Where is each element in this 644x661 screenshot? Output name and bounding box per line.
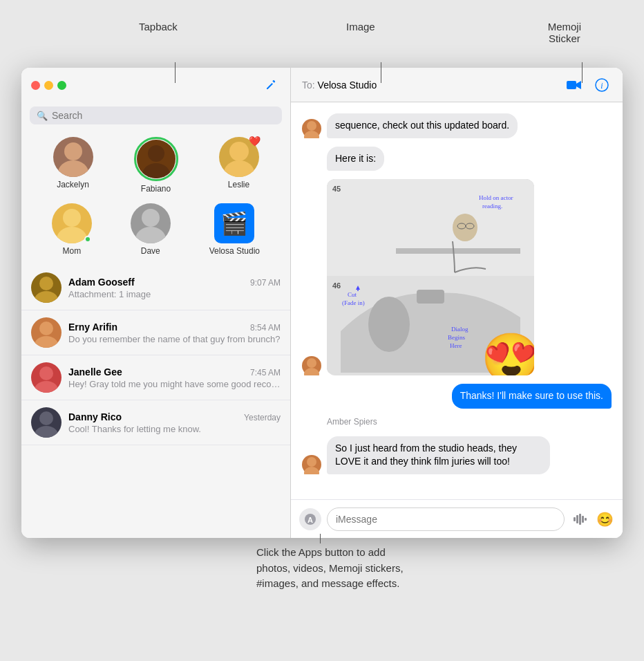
- svg-point-12: [39, 322, 53, 335]
- pinned-contacts-row-2: Mom Dave 🎬 Velosa Studio: [21, 203, 290, 266]
- message-row-outgoing: Thanks! I'll make sure to use this.: [302, 384, 612, 409]
- message-content-erny: Erny Arifin 8:54 AM Do you remember the …: [68, 322, 281, 344]
- sender-name-label: Amber Spiers: [327, 417, 612, 427]
- memoji-annotation-label: MemojiSticker: [548, 21, 581, 44]
- pinned-contact-fabiano[interactable]: Fabiano: [134, 137, 178, 194]
- svg-text:Here: Here: [450, 342, 462, 349]
- message-bubble-amber: So I just heard from the studio heads, t…: [327, 436, 550, 474]
- chat-input-bar: A 😊: [291, 499, 623, 538]
- chat-recipient: To: Velosa Studio: [302, 80, 559, 91]
- message-row-sequence: sequence, check out this updated board.: [302, 113, 612, 138]
- svg-point-7: [57, 227, 87, 243]
- svg-point-47: [304, 467, 319, 474]
- storyboard-image: Hold on actor reading. 45: [327, 179, 534, 375]
- svg-point-37: [368, 297, 410, 352]
- emoji-button[interactable]: 😊: [595, 510, 614, 529]
- svg-point-11: [35, 291, 58, 303]
- pinned-contact-velosa[interactable]: 🎬 Velosa Studio: [209, 203, 260, 256]
- svg-text:Dialog: Dialog: [451, 326, 468, 333]
- top-annotations: Tapback Image MemojiSticker: [21, 21, 623, 62]
- annotation-container: Tapback Image MemojiSticker: [21, 21, 623, 586]
- svg-text:(Fade in): (Fade in): [342, 299, 365, 306]
- apps-annotation-line: [320, 534, 321, 543]
- apps-button[interactable]: A: [299, 508, 321, 530]
- message-preview-adam: Attachment: 1 image: [68, 289, 281, 299]
- svg-text:reading.: reading.: [482, 203, 502, 210]
- chat-header: To: Velosa Studio i: [291, 68, 623, 102]
- message-bubble-outgoing: Thanks! I'll make sure to use this.: [452, 384, 612, 409]
- svg-point-10: [39, 277, 53, 290]
- svg-point-9: [135, 227, 166, 243]
- pinned-contact-mom[interactable]: Mom: [52, 203, 92, 256]
- pinned-contact-jackelyn-label: Jackelyn: [57, 180, 89, 189]
- message-avatar: [302, 119, 321, 138]
- svg-point-0: [64, 142, 82, 160]
- svg-rect-50: [574, 517, 576, 521]
- svg-rect-18: [567, 81, 576, 89]
- svg-point-15: [35, 381, 58, 393]
- search-input[interactable]: [52, 110, 275, 121]
- message-item-erny[interactable]: Erny Arifin 8:54 AM Do you remember the …: [21, 310, 290, 355]
- svg-rect-53: [582, 516, 584, 523]
- message-row-image: Hold on actor reading. 45: [302, 179, 612, 375]
- pinned-contact-dave-label: Dave: [141, 246, 160, 256]
- svg-point-21: [307, 121, 316, 131]
- pinned-contact-leslie[interactable]: ❤️ Leslie: [219, 137, 259, 194]
- svg-rect-36: [417, 290, 444, 304]
- info-button[interactable]: i: [592, 75, 612, 95]
- svg-rect-52: [579, 514, 581, 525]
- tapback-annotation-line: [175, 62, 176, 83]
- message-time-janelle: 7:45 AM: [250, 368, 281, 378]
- online-dot-mom: [84, 236, 91, 243]
- message-name-janelle: Janelle Gee: [68, 366, 122, 378]
- message-time-adam: 9:07 AM: [250, 278, 281, 288]
- messages-window: 🔍 Jackelyn: [21, 68, 623, 538]
- svg-text:Hold on actor: Hold on actor: [479, 194, 513, 201]
- message-name-danny: Danny Rico: [68, 411, 122, 422]
- sidebar: 🔍 Jackelyn: [21, 68, 291, 538]
- chat-area: To: Velosa Studio i: [291, 68, 623, 538]
- message-bubble-sequence: sequence, check out this updated board.: [327, 113, 518, 138]
- message-text: sequence, check out this updated board.: [335, 120, 509, 131]
- chat-messages: sequence, check out this updated board. …: [291, 102, 623, 499]
- audio-button[interactable]: [570, 510, 589, 529]
- pinned-contact-fabiano-label: Fabiano: [141, 184, 171, 194]
- svg-point-4: [229, 142, 249, 161]
- compose-button[interactable]: [261, 75, 281, 95]
- message-content-adam: Adam Gooseff 9:07 AM Attachment: 1 image: [68, 277, 281, 299]
- pinned-contact-dave[interactable]: Dave: [131, 203, 171, 256]
- maximize-button[interactable]: [57, 81, 66, 90]
- message-time-erny: 8:54 AM: [250, 323, 281, 333]
- message-preview-janelle: Hey! Gray told me you might have some go…: [68, 379, 281, 389]
- svg-point-2: [148, 145, 164, 162]
- svg-point-6: [63, 209, 81, 227]
- message-item-adam[interactable]: Adam Gooseff 9:07 AM Attachment: 1 image: [21, 266, 290, 310]
- amber-avatar: [302, 455, 321, 474]
- svg-point-14: [39, 366, 53, 380]
- video-call-button[interactable]: [565, 75, 584, 95]
- pinned-contact-leslie-label: Leslie: [228, 180, 249, 189]
- message-item-janelle[interactable]: Janelle Gee 7:45 AM Hey! Gray told me yo…: [21, 355, 290, 400]
- memoji-sticker: 😍: [481, 334, 534, 375]
- svg-text:i: i: [600, 81, 603, 91]
- svg-text:45: 45: [332, 185, 341, 193]
- svg-point-5: [224, 160, 254, 177]
- svg-rect-27: [327, 179, 534, 276]
- svg-point-17: [35, 426, 58, 438]
- message-item-danny[interactable]: Danny Rico Yesterday Cool! Thanks for le…: [21, 400, 290, 445]
- search-bar: 🔍: [30, 106, 282, 124]
- pinned-contact-jackelyn[interactable]: Jackelyn: [53, 137, 93, 194]
- message-text: Here it is:: [335, 153, 376, 164]
- svg-point-13: [35, 336, 58, 348]
- close-button[interactable]: [31, 81, 40, 90]
- svg-point-16: [39, 411, 53, 425]
- imessage-input[interactable]: [327, 508, 565, 531]
- svg-point-24: [304, 368, 319, 375]
- svg-point-3: [142, 163, 170, 178]
- message-text: So I just heard from the studio heads, t…: [335, 443, 517, 467]
- svg-point-46: [307, 457, 316, 467]
- image-annotation-line: [381, 62, 381, 83]
- minimize-button[interactable]: [44, 81, 53, 90]
- image-annotation-label: Image: [346, 21, 375, 32]
- svg-rect-54: [585, 518, 587, 521]
